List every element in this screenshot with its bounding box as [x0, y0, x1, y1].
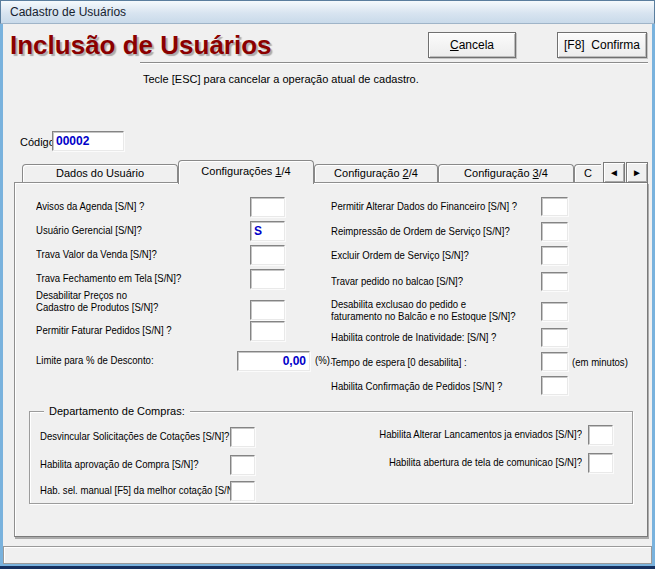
page-title: Inclusão de Usuários	[10, 30, 272, 61]
field-value	[542, 198, 567, 200]
trava-valor-da-venda-s-n-label: Trava Valor da Venda [S/N]?	[36, 248, 157, 260]
field-value	[542, 353, 567, 355]
header-divider	[140, 62, 648, 64]
habilita-confirmacao-de-pedidos-s-n-label: Habilita Confirmação de Pedidos [S/N] ?	[331, 380, 502, 392]
habilita-aprovacao-de-compra-s-n-input[interactable]	[230, 455, 255, 475]
desabilita-exclusao-do-pedido-e-faturament-input[interactable]	[541, 302, 568, 321]
tempo-de-espera-0-desabilita-input[interactable]	[541, 352, 568, 371]
field-value	[542, 377, 567, 379]
limite-para-de-desconto-label: Limite para % de Desconto:	[36, 354, 154, 366]
habilita-alterar-lancamentos-ja-enviados-s-input[interactable]	[588, 425, 613, 445]
field-value	[589, 426, 612, 428]
habilita-confirmacao-de-pedidos-s-n-input[interactable]	[541, 376, 568, 395]
left-arrow-icon: ◄	[609, 167, 619, 178]
cancel-button-label: Cancela	[450, 38, 494, 52]
travar-pedido-no-balcao-s-n-label: Travar pedido no balcao [S/N]?	[331, 275, 463, 287]
permitir-alterar-dados-do-financeiro-s-n-input[interactable]	[541, 197, 568, 216]
tempo-de-espera-0-desabilita-label: Tempo de espera [0 desabilita] :	[331, 356, 467, 368]
habilita-aprovacao-de-compra-s-n-label: Habilita aprovação de Compra [S/N]?	[40, 458, 199, 470]
field-value	[542, 247, 567, 249]
field-value	[231, 482, 254, 484]
departamento-compras-group: Departamento de Compras: Desvincular Sol…	[29, 411, 633, 504]
trava-fechamento-em-tela-s-n-input[interactable]	[250, 269, 285, 289]
cancel-button[interactable]: Cancela	[428, 32, 516, 58]
travar-pedido-no-balcao-s-n-input[interactable]	[541, 272, 568, 291]
desvincular-solicitacoes-de-cotacoes-s-n-input[interactable]	[230, 427, 255, 447]
avisos-da-agenda-s-n-input[interactable]	[250, 197, 285, 217]
desvincular-solicitacoes-de-cotacoes-s-n-label: Desvincular Solicitações de Cotações [S/…	[40, 430, 229, 442]
hab-sel-manual-f5-da-melhor-cotacao-s-n-label: Hab. sel. manual [F5] da melhor cotação …	[40, 484, 242, 496]
tab-panel-configuracoes-1-4: Departamento de Compras: Desvincular Sol…	[14, 182, 648, 537]
habilita-alterar-lancamentos-ja-enviados-s-label: Habilita Alterar Lancamentos ja enviados…	[319, 428, 582, 440]
departamento-compras-legend: Departamento de Compras:	[44, 405, 190, 417]
tab-configuracoes-1-4[interactable]: Configurações 1/4	[178, 160, 314, 184]
tab-scroll-right-button[interactable]: ►	[626, 162, 648, 183]
reimpressao-de-ordem-de-servico-s-n-label: Reimpressão de Ordem de Serviço [S/N]?	[331, 225, 510, 237]
window: Cadastro de Usuários Inclusão de Usuário…	[0, 0, 655, 569]
tab-configuracao-2-4[interactable]: Configuração 2/4	[314, 164, 438, 182]
habilita-controle-de-inatividade-s-n-input[interactable]	[541, 328, 568, 347]
field-value	[542, 303, 567, 305]
limite-para-de-desconto-suffix: (%).	[315, 354, 333, 366]
tempo-de-espera-0-desabilita-suffix: (em minutos)	[572, 356, 628, 368]
limite-para-de-desconto-input[interactable]: 0,00	[237, 351, 310, 371]
esc-hint-text: Tecle [ESC] para cancelar a operação atu…	[143, 73, 419, 85]
tab-label: C	[584, 167, 592, 179]
field-value	[251, 198, 284, 200]
field-value: S	[251, 222, 284, 238]
tab-label: Dados do Usuário	[56, 167, 144, 179]
codigo-value: 00002	[53, 132, 123, 148]
usuario-gerencial-s-n-label: Usuário Gerencial [S/N]?	[36, 224, 142, 236]
field-value	[542, 329, 567, 331]
tab-scroll-left-button[interactable]: ◄	[603, 162, 625, 183]
permitir-faturar-pedidos-s-n-input[interactable]	[250, 321, 285, 341]
permitir-alterar-dados-do-financeiro-s-n-label: Permitir Alterar Dados do Financeiro [S/…	[331, 200, 517, 212]
tab-c[interactable]: C	[574, 164, 601, 182]
field-value	[251, 270, 284, 272]
window-title: Cadastro de Usuários	[10, 5, 126, 19]
field-value	[251, 246, 284, 248]
permitir-faturar-pedidos-s-n-label: Permitir Faturar Pedidos [S/N] ?	[36, 324, 172, 336]
reimpressao-de-ordem-de-servico-s-n-input[interactable]	[541, 222, 568, 241]
window-border-left	[0, 24, 3, 569]
tab-label: Configuração 3/4	[464, 167, 548, 179]
status-bar	[3, 546, 652, 564]
field-value	[589, 454, 612, 456]
avisos-da-agenda-s-n-label: Avisos da Agenda [S/N] ?	[36, 200, 144, 212]
title-bar: Cadastro de Usuários	[0, 0, 655, 24]
excluir-ordem-de-servico-s-n-input[interactable]	[541, 246, 568, 265]
field-value	[251, 301, 284, 303]
tab-label: Configuração 2/4	[334, 167, 418, 179]
field-value	[251, 322, 284, 324]
habilita-abertura-de-tela-de-comunicao-s-n-label: Habilita abertura de tela de comunicao […	[319, 456, 582, 468]
tab-configuracao-3-4[interactable]: Configuração 3/4	[438, 164, 574, 182]
tab-dados-do-usuario[interactable]: Dados do Usuário	[22, 164, 178, 182]
trava-fechamento-em-tela-s-n-label: Trava Fechamento em Tela [S/N]?	[36, 272, 181, 284]
confirm-f8-button[interactable]: [F8] Confirma	[557, 32, 647, 58]
usuario-gerencial-s-n-input[interactable]: S	[250, 221, 285, 241]
confirm-button-label: [F8] Confirma	[564, 38, 640, 52]
right-arrow-icon: ►	[632, 167, 642, 178]
tab-label: Configurações 1/4	[201, 165, 290, 177]
excluir-ordem-de-servico-s-n-label: Excluir Ordem de Serviço [S/N]?	[331, 249, 469, 261]
desabilitar-precos-no-cadastro-de-produtos-input[interactable]	[250, 300, 285, 320]
desabilitar-precos-no-cadastro-de-produtos-label: Desabilitar Preços no Cadastro de Produt…	[36, 289, 158, 313]
field-value	[231, 428, 254, 430]
field-value: 0,00	[238, 352, 309, 368]
codigo-input[interactable]: 00002	[52, 131, 124, 151]
trava-valor-da-venda-s-n-input[interactable]	[250, 245, 285, 265]
field-value	[542, 273, 567, 275]
habilita-abertura-de-tela-de-comunicao-s-n-input[interactable]	[588, 453, 613, 473]
desabilita-exclusao-do-pedido-e-faturament-label: Desabilita exclusao do pedido e faturame…	[331, 298, 516, 322]
habilita-controle-de-inatividade-s-n-label: Habilita controle de Inatividade: [S/N] …	[331, 331, 496, 343]
field-value	[542, 223, 567, 225]
field-value	[231, 456, 254, 458]
hab-sel-manual-f5-da-melhor-cotacao-s-n-input[interactable]	[230, 481, 255, 501]
